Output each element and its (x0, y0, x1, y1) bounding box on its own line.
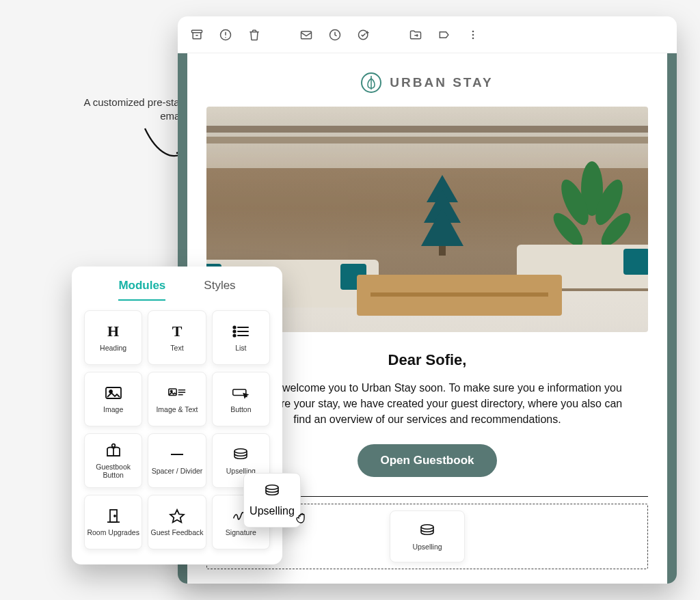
module-image[interactable]: Image (84, 372, 142, 426)
guestbook-icon (105, 441, 122, 459)
svg-point-29 (171, 390, 172, 392)
open-guestbook-button[interactable]: Open Guestbook (358, 444, 498, 477)
svg-point-39 (114, 515, 116, 517)
coffee-table-decor (357, 275, 562, 316)
module-label: Image & Text (156, 406, 198, 414)
image-text-icon (168, 384, 186, 402)
module-label: Spacer / Divider (152, 467, 203, 476)
grab-cursor-icon (295, 510, 310, 525)
module-label: Button (230, 406, 251, 414)
module-image-text[interactable]: Image & Text (148, 372, 206, 426)
tab-modules[interactable]: Modules (118, 279, 165, 301)
archive-icon[interactable] (190, 28, 204, 42)
svg-point-20 (234, 327, 236, 329)
star-icon (168, 507, 186, 525)
xmas-tree-decor (418, 175, 466, 257)
svg-rect-0 (192, 30, 202, 32)
heading-icon: H (107, 323, 119, 340)
move-to-icon[interactable] (409, 28, 422, 42)
svg-point-34 (111, 444, 115, 448)
module-spacer-divider[interactable]: Spacer / Divider (148, 433, 206, 488)
report-spam-icon[interactable] (219, 28, 232, 42)
module-text[interactable]: T Text (148, 310, 206, 365)
svg-point-19 (421, 525, 433, 529)
delete-icon[interactable] (247, 28, 261, 42)
svg-point-36 (234, 449, 247, 453)
brand-name: URBAN STAY (390, 75, 493, 90)
module-label: Guest Feedback (150, 529, 203, 537)
svg-point-7 (472, 33, 474, 36)
dragging-module-card[interactable]: Upselling (243, 473, 301, 528)
svg-point-2 (225, 37, 226, 38)
text-icon: T (172, 323, 183, 340)
svg-point-8 (472, 37, 474, 39)
module-heading[interactable]: H Heading (84, 310, 142, 365)
module-label: Room Upgrades (87, 529, 139, 537)
module-guest-feedback[interactable]: Guest Feedback (148, 495, 206, 549)
more-icon[interactable] (466, 28, 480, 42)
module-button[interactable]: Button (212, 372, 270, 426)
svg-point-6 (472, 30, 474, 32)
snooze-icon[interactable] (328, 28, 342, 42)
button-icon (232, 384, 250, 402)
tab-styles[interactable]: Styles (204, 279, 235, 301)
module-label: Signature (226, 529, 256, 537)
module-label: Guestbook Button (85, 463, 142, 479)
email-greeting: Dear Sofie, (388, 351, 467, 369)
mark-unread-icon[interactable] (299, 28, 313, 42)
module-room-upgrades[interactable]: Room Upgrades (84, 495, 142, 549)
module-grid: H Heading T Text List Image Image & Text… (84, 310, 270, 549)
divider-icon (168, 446, 186, 463)
list-icon (232, 323, 250, 340)
module-list[interactable]: List (212, 310, 270, 365)
image-icon (105, 384, 122, 402)
coins-icon (263, 483, 281, 501)
svg-point-22 (234, 331, 236, 333)
svg-rect-18 (439, 246, 446, 256)
module-label: List (235, 344, 246, 353)
module-guestbook-button[interactable]: Guestbook Button (84, 433, 142, 488)
labels-icon[interactable] (438, 28, 451, 42)
brand-logo-icon (361, 72, 381, 93)
svg-rect-3 (301, 31, 312, 39)
coins-icon (232, 446, 250, 463)
svg-point-5 (359, 30, 368, 39)
brand: URBAN STAY (361, 72, 493, 93)
panel-tabs: Modules Styles (84, 279, 270, 301)
add-task-icon[interactable] (357, 28, 371, 42)
email-toolbar (178, 16, 677, 53)
svg-point-40 (266, 485, 278, 489)
svg-point-24 (234, 335, 236, 337)
dropzone-module-label: Upselling (412, 543, 442, 551)
dragging-module-label: Upselling (250, 505, 295, 517)
dropzone-module-card[interactable]: Upselling (390, 510, 465, 562)
module-label: Heading (100, 344, 126, 353)
email-body-text: excited to welcome you to Urban Stay soo… (229, 380, 625, 428)
annotation-label: A customized pre-stay email (82, 96, 185, 122)
module-label: Image (103, 406, 123, 414)
door-icon (105, 507, 122, 525)
module-label: Text (170, 344, 183, 353)
svg-marker-17 (421, 208, 463, 246)
coins-icon (418, 521, 436, 539)
